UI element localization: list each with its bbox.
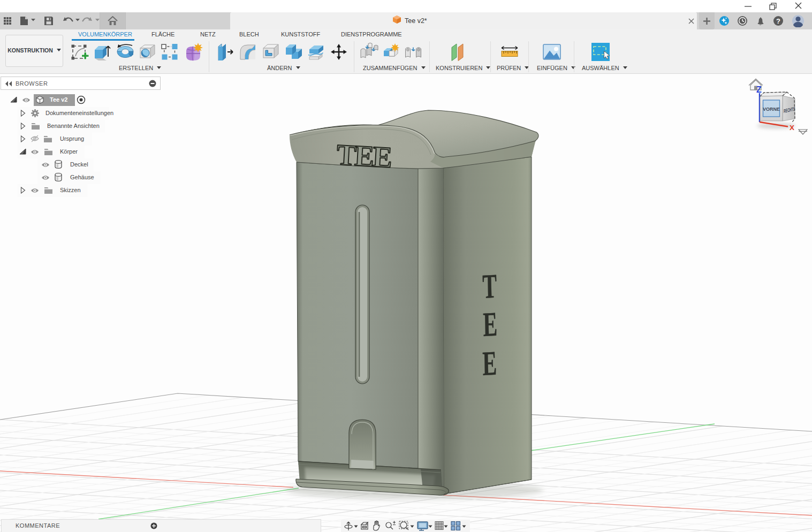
- svg-text:T: T: [482, 267, 497, 306]
- svg-text:VORNE: VORNE: [763, 107, 780, 112]
- svg-text:X: X: [790, 124, 794, 132]
- svg-text:E: E: [482, 344, 497, 383]
- svg-text:TEE: TEE: [336, 138, 392, 174]
- svg-text:E: E: [483, 305, 498, 344]
- svg-text:?: ?: [776, 17, 780, 25]
- svg-text:Z: Z: [756, 85, 762, 94]
